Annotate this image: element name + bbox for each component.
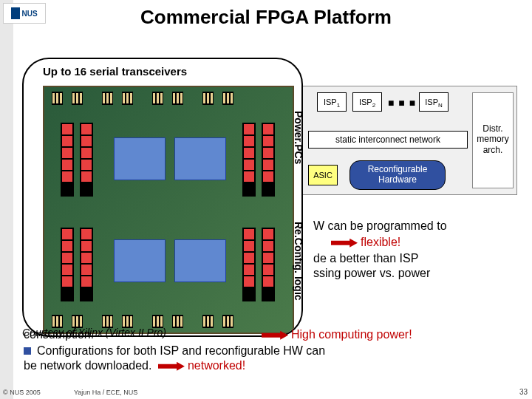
isp-ellipsis: ■ ■ ■ — [388, 97, 416, 109]
interconnect-box: static interconnect network — [308, 131, 468, 149]
text-line-1: W can be programmed to — [313, 219, 447, 233]
arrow-icon — [331, 239, 358, 248]
powerpc-block — [114, 239, 166, 282]
footer-copyright: © NUS 2005 — [3, 389, 41, 396]
page-number: 33 — [519, 388, 528, 396]
powerpc-block — [174, 239, 226, 282]
isp-n: ISPN — [419, 92, 449, 112]
powerpc-block — [174, 137, 226, 180]
text-downloaded: be network downloaded. networked! — [24, 359, 245, 372]
asic-box: ASIC — [308, 165, 338, 185]
bullet-icon — [24, 347, 31, 355]
reconfigurable-hw-box: Reconfigurable Hardware — [349, 160, 446, 190]
distr-memory-label: Distr. memory arch. — [474, 123, 512, 155]
text-line-3: de a better than ISP — [313, 251, 418, 266]
label-powerpcs: Power.PCs — [293, 111, 304, 164]
arrow-icon — [262, 331, 288, 340]
fpga-die-image — [43, 86, 294, 334]
callout-title: Up to 16 serial transceivers — [24, 59, 301, 81]
page-title: Commercial FPGA Platform — [0, 6, 532, 29]
footer-author: Yajun Ha / ECE, NUS — [74, 389, 137, 396]
label-reconfig-logic: Re.Config. logic — [293, 222, 304, 301]
isp-2: ISP2 — [352, 92, 382, 112]
powerpc-block — [114, 137, 166, 180]
text-line-4: ssing power vs. power — [313, 266, 430, 281]
text-consumption: consumption. — [24, 328, 94, 341]
arch-diagram: ISP1 ISP2 ■ ■ ■ ISPN static interconnect… — [296, 86, 517, 195]
isp-1: ISP1 — [317, 92, 347, 112]
text-high-computing: High computing power! — [259, 328, 412, 341]
text-flexible: flexible! — [328, 235, 400, 250]
left-bar — [0, 0, 13, 399]
fpga-callout: Up to 16 serial transceivers — [22, 58, 303, 337]
arrow-icon — [158, 362, 185, 371]
bullet-configs: Configurations for both ISP and reconfig… — [24, 344, 325, 358]
